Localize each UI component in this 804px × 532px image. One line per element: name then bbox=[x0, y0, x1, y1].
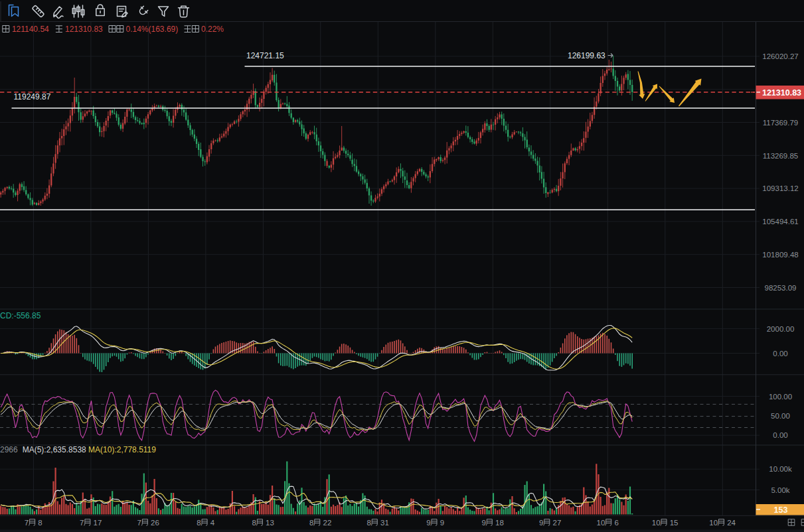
svg-text:119249.87: 119249.87 bbox=[14, 92, 51, 101]
svg-text:7: 7 bbox=[80, 519, 84, 527]
svg-text:18: 18 bbox=[493, 519, 504, 527]
svg-text:15: 15 bbox=[668, 519, 679, 527]
svg-text:8: 8 bbox=[309, 519, 313, 527]
svg-text:17: 17 bbox=[91, 519, 102, 527]
svg-text:126020.27: 126020.27 bbox=[762, 52, 798, 60]
svg-text:100.00: 100.00 bbox=[769, 393, 792, 401]
svg-text:6: 6 bbox=[612, 519, 619, 527]
svg-text:109313.12: 109313.12 bbox=[762, 184, 798, 192]
svg-text:0.00: 0.00 bbox=[773, 431, 787, 439]
svg-text:98253.09: 98253.09 bbox=[765, 284, 797, 292]
svg-text:8: 8 bbox=[197, 519, 201, 527]
svg-text:MA(10):2,778.5119: MA(10):2,778.5119 bbox=[88, 445, 156, 454]
svg-text:5.00k: 5.00k bbox=[771, 486, 789, 494]
svg-text:2000.00: 2000.00 bbox=[767, 325, 795, 333]
svg-text:113269.85: 113269.85 bbox=[763, 152, 799, 160]
svg-text:121310.83: 121310.83 bbox=[65, 25, 103, 34]
svg-text:10: 10 bbox=[597, 519, 605, 527]
svg-text:101809.48: 101809.48 bbox=[762, 251, 798, 259]
svg-text:24: 24 bbox=[725, 519, 736, 527]
svg-text:22: 22 bbox=[321, 519, 331, 527]
svg-text:105494.61: 105494.61 bbox=[762, 218, 798, 226]
svg-text:7: 7 bbox=[25, 519, 29, 527]
svg-text:4: 4 bbox=[208, 519, 215, 527]
svg-text:0.22%: 0.22% bbox=[201, 25, 224, 34]
svg-text:9: 9 bbox=[539, 519, 543, 527]
svg-text:26: 26 bbox=[149, 519, 159, 527]
svg-text:117369.79: 117369.79 bbox=[763, 119, 799, 127]
svg-text:CD:-556.85: CD:-556.85 bbox=[0, 311, 41, 320]
svg-text:8: 8 bbox=[367, 519, 371, 527]
svg-text:10.00k: 10.00k bbox=[769, 465, 792, 473]
svg-text:50.00: 50.00 bbox=[771, 412, 790, 420]
svg-text:0.00: 0.00 bbox=[773, 350, 787, 358]
svg-text:121310.83: 121310.83 bbox=[762, 88, 801, 98]
svg-text:8: 8 bbox=[252, 519, 256, 527]
svg-text:13: 13 bbox=[264, 519, 274, 527]
svg-text:9: 9 bbox=[426, 519, 430, 527]
svg-text:153: 153 bbox=[774, 505, 788, 515]
svg-text:31: 31 bbox=[378, 519, 389, 527]
svg-text:10: 10 bbox=[709, 519, 718, 527]
svg-text:8: 8 bbox=[36, 519, 42, 527]
svg-text:2966: 2966 bbox=[0, 445, 18, 454]
svg-text:27: 27 bbox=[550, 519, 561, 527]
svg-text:10: 10 bbox=[652, 519, 661, 527]
svg-text:7: 7 bbox=[137, 519, 141, 527]
svg-text:9: 9 bbox=[482, 519, 486, 527]
svg-text:121140.54: 121140.54 bbox=[12, 25, 49, 34]
svg-text:126199.63: 126199.63 bbox=[568, 51, 605, 60]
svg-text:9: 9 bbox=[438, 519, 445, 527]
svg-text:124721.15: 124721.15 bbox=[246, 51, 284, 60]
svg-text:MA(5):2,635.8538: MA(5):2,635.8538 bbox=[23, 445, 86, 454]
svg-text:0.14%(163.69): 0.14%(163.69) bbox=[126, 25, 179, 34]
